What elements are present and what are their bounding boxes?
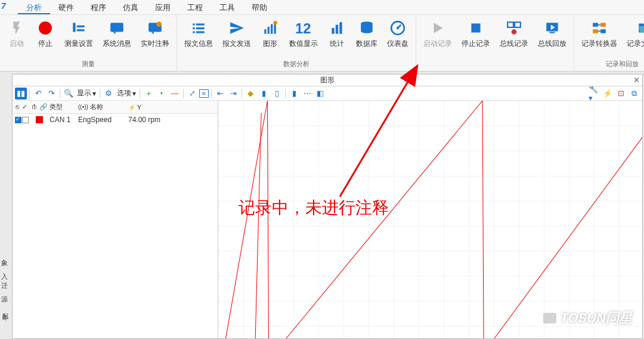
graph-title-text: 图形 <box>320 75 335 85</box>
ribbon-btn-实时注释[interactable]: 实时注释 <box>136 18 174 50</box>
marker3-icon[interactable]: ▯ <box>271 88 283 99</box>
zoom-icon[interactable]: 🔍 <box>63 88 75 99</box>
comment-icon <box>147 20 163 36</box>
ribbon-btn-label: 统计 <box>330 39 344 49</box>
panel-close-icon[interactable]: ⊡ <box>615 88 627 99</box>
svg-rect-7 <box>193 23 194 25</box>
ribbon-group-label: 测量 <box>2 58 174 71</box>
wrench-icon[interactable]: 🔧▾ <box>589 88 600 99</box>
svg-point-0 <box>39 21 52 35</box>
play-icon <box>429 20 446 36</box>
ribbon-btn-系统消息[interactable]: 系统消息 <box>98 18 136 50</box>
side-item[interactable]: 源 <box>0 293 11 306</box>
side-item[interactable]: 象 <box>0 256 11 270</box>
svg-rect-20 <box>336 25 338 34</box>
ribbon-btn-停止记录[interactable]: 停止记录 <box>457 18 495 50</box>
wechat-icon <box>543 313 556 324</box>
svg-rect-21 <box>339 22 342 34</box>
menu-tab-6[interactable]: 工具 <box>211 0 243 14</box>
ribbon-btn-记录转换器[interactable]: 记录转换器 <box>577 18 622 50</box>
stop-icon <box>467 20 484 36</box>
ribbon-btn-图形[interactable]: 图形 <box>256 18 284 50</box>
ribbon-group-3: 记录转换器记录文件夹记录和回放 <box>574 15 644 71</box>
side-gutter: 象 入迁 源 配 即 <box>0 256 11 313</box>
ribbon-btn-总线回放[interactable]: 总线回放 <box>533 18 571 50</box>
ribbon-btn-label: 系统消息 <box>103 39 131 49</box>
checkbox-icon[interactable] <box>22 117 29 123</box>
marker1-icon[interactable]: ◆ <box>244 88 256 99</box>
ribbon-btn-统计[interactable]: 统计 <box>323 18 351 50</box>
graph-title-bar: 图形 ✕ <box>13 74 642 86</box>
col-type[interactable]: 类型 <box>48 102 77 111</box>
menu-tab-2[interactable]: 程序 <box>82 0 114 14</box>
undo-icon[interactable]: ↶ <box>32 88 44 99</box>
menu-tab-7[interactable]: 帮助 <box>243 0 275 14</box>
svg-point-17 <box>273 21 277 25</box>
ribbon-btn-报文发送[interactable]: 报文发送 <box>218 18 256 50</box>
signal-value: 74.00 rpm <box>125 116 218 124</box>
ribbon-btn-label: 停止记录 <box>462 39 490 49</box>
yaxis-icon[interactable]: ⤢ <box>186 88 198 99</box>
folder-icon <box>636 20 644 36</box>
ribbon-btn-label: 记录转换器 <box>581 39 617 49</box>
ribbon-btn-label: 记录文件夹 <box>627 39 644 49</box>
ribbon-btn-总线记录[interactable]: 总线记录 <box>495 18 533 50</box>
svg-rect-14 <box>268 27 270 34</box>
dropdown-icon[interactable]: ▾ <box>156 88 168 99</box>
measure-settings-icon <box>70 20 87 36</box>
side-vertical[interactable]: 配 即 <box>0 306 10 313</box>
detach-icon[interactable]: ⧉ <box>628 88 640 99</box>
options-dropdown[interactable]: 选项 ▾ <box>116 88 137 98</box>
checkbox-icon[interactable] <box>15 117 21 123</box>
ribbon-btn-记录文件夹[interactable]: 记录文件夹 <box>622 18 644 50</box>
ribbon-btn-测量设置[interactable]: 测量设置 <box>60 18 98 50</box>
eraser-icon[interactable]: ◧ <box>314 88 326 99</box>
signal-row[interactable]: CAN 1 EngSpeed 74.00 rpm <box>13 114 218 126</box>
menu-tab-0[interactable]: 分析 <box>18 0 50 14</box>
col-link-icon[interactable]: ⫛ 🔗 <box>30 103 48 111</box>
workspace: 图形 ✕ ▮▮ ↶ ↷ 🔍 显示 ▾ ⚙ 选项 ▾ ＋ ▾ — ⤢ ≋ ⇤ ⇥ … <box>0 71 644 339</box>
plot-area[interactable] <box>218 101 642 338</box>
graph-body: ⎋ ✓ ⫛ 🔗 类型 ((•)) 名称 ⚡ Y CAN 1 EngSpeed 7… <box>13 101 642 338</box>
marker2-icon[interactable]: ▮ <box>258 88 270 99</box>
ribbon-btn-label: 总线记录 <box>500 39 528 49</box>
ribbon-btn-数值显示[interactable]: 12数值显示 <box>284 18 323 50</box>
display-dropdown[interactable]: 显示 ▾ <box>76 88 97 98</box>
close-icon[interactable]: ✕ <box>633 76 640 85</box>
add-icon[interactable]: ＋ <box>143 88 154 99</box>
ribbon-btn-仪表盘[interactable]: 仪表盘 <box>382 18 413 50</box>
cursor2-icon[interactable]: ⇥ <box>227 88 239 99</box>
ribbon-btn-报文信息[interactable]: 报文信息 <box>179 18 218 50</box>
ribbon-btn-停止[interactable]: 停止 <box>31 18 60 50</box>
signal-list: ⎋ ✓ ⫛ 🔗 类型 ((•)) 名称 ⚡ Y CAN 1 EngSpeed 7… <box>13 101 218 338</box>
menu-tab-1[interactable]: 硬件 <box>50 0 82 14</box>
svg-rect-26 <box>507 22 513 27</box>
ribbon-btn-数据库[interactable]: 数据库 <box>351 18 382 50</box>
watermark: TOSUN同星 <box>543 309 632 327</box>
list-icon <box>190 20 207 36</box>
dots-icon[interactable]: ⋯ <box>301 88 313 99</box>
converter-icon <box>591 20 608 36</box>
col-pin-icon[interactable]: ⎋ ✓ <box>13 103 30 111</box>
menu-tab-3[interactable]: 仿真 <box>114 0 147 14</box>
cursor1-icon[interactable]: ⇤ <box>214 88 226 99</box>
side-item[interactable]: 入迁 <box>0 270 11 293</box>
col-y[interactable]: Y <box>137 104 141 111</box>
message-icon <box>109 20 125 36</box>
bus-play-icon <box>544 20 561 36</box>
fit-icon[interactable]: ≋ <box>199 89 209 98</box>
menu-tab-4[interactable]: 应用 <box>147 0 179 14</box>
color-swatch[interactable] <box>36 116 43 123</box>
menu-tab-5[interactable]: 工程 <box>179 0 211 14</box>
split-icon[interactable]: ▮ <box>288 88 300 99</box>
gear-icon[interactable]: ⚙ <box>103 88 114 99</box>
remove-icon[interactable]: — <box>169 88 181 99</box>
ribbon-btn-label: 图形 <box>263 39 277 49</box>
bolt-icon[interactable]: ⚡ <box>602 88 614 99</box>
redo-icon[interactable]: ↷ <box>45 88 57 99</box>
signal-name: EngSpeed <box>77 116 125 124</box>
ribbon-btn-label: 总线回放 <box>538 39 566 49</box>
pause-icon[interactable]: ▮▮ <box>15 88 27 99</box>
col-name[interactable]: 名称 <box>90 103 103 110</box>
svg-rect-33 <box>593 29 598 33</box>
